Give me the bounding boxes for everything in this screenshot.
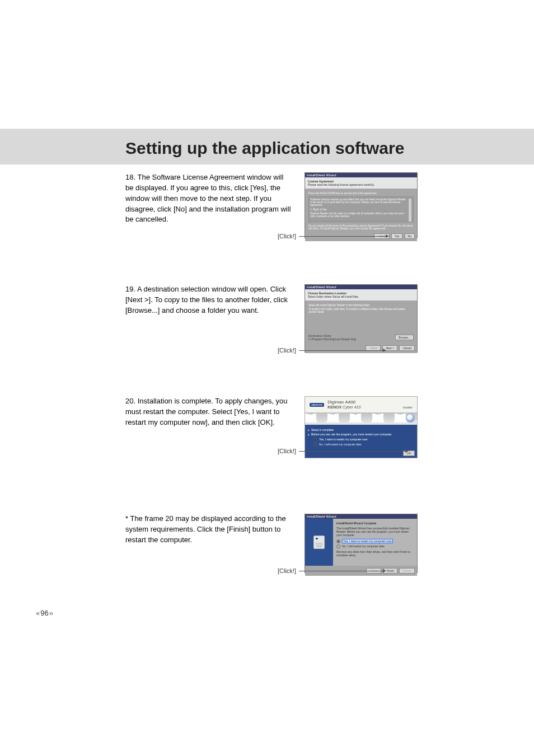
restart-later-option: No, I will restart my computer later. — [342, 544, 385, 548]
dialog-header: Choose Destination Location Select folde… — [305, 289, 417, 300]
step-body: The Software License Agreement window wi… — [125, 173, 291, 223]
title-band: Setting up the application software — [0, 129, 534, 165]
restart-now-option: Yes, I want to restart my computer now. — [342, 539, 393, 543]
product-names: Digimax A400 KENOX Cyber 410 — [327, 400, 360, 409]
license-text-3: Digimax Reader can be used on a single u… — [310, 212, 412, 218]
restart-required-text: Before you can use the program, you must… — [311, 433, 392, 436]
step-text: 18. The Software License Agreement windo… — [125, 172, 293, 225]
yes-button[interactable]: Yes — [391, 233, 402, 239]
decorative-wave — [305, 412, 417, 425]
message-area: Setup is complete. Before you can use th… — [305, 425, 417, 448]
annotation-arrow-icon — [386, 234, 389, 238]
dialog-header: License Agreement Please read the follow… — [305, 177, 417, 189]
globe-icon — [406, 414, 415, 422]
step-text: 19. A destination selection window will … — [125, 284, 293, 316]
computer-icon — [313, 536, 325, 549]
step-number: 20. — [125, 397, 135, 405]
cancel-button: Cancel — [399, 568, 415, 574]
click-annotation: [Click!] — [278, 233, 296, 240]
accept-question: Do you accept all the terms of the prece… — [305, 223, 417, 231]
page-down-hint: Press the PAGE DOWN key to see the rest … — [308, 192, 414, 195]
dialog-titlebar: InstallShield Wizard — [305, 285, 417, 289]
destination-path: C:\Program Files\Digimax Reader Eng — [308, 337, 394, 341]
annotation-line — [299, 451, 405, 452]
brand-cyber410: Cyber 410 — [343, 405, 360, 409]
click-annotation: [Click!] — [278, 448, 296, 454]
step-20: 20. Installation is complete. To apply c… — [125, 396, 507, 463]
step-text: * The frame 20 may be displayed accordin… — [125, 514, 293, 546]
step-figure: InstallShield Wizard License Agreement P… — [305, 172, 418, 238]
dialog-right: InstallShield Wizard Complete The Instal… — [333, 519, 417, 566]
install-text-1: Setup will install Digimax Reader in the… — [308, 304, 414, 307]
dialog-titlebar: InstallShield Wizard — [305, 514, 417, 519]
annotation-line — [299, 236, 386, 237]
top-margin — [0, 0, 534, 129]
wizard-complete-dialog: InstallShield Wizard InstallShield Wizar… — [305, 514, 418, 573]
step-number: * — [125, 514, 128, 523]
scrollbar[interactable] — [408, 198, 412, 222]
installer-label: Installer — [402, 406, 413, 409]
page-title: Setting up the application software — [125, 139, 404, 158]
radio-yes[interactable] — [336, 539, 340, 543]
restart-later-option: No, I will restart my computer later — [319, 443, 362, 446]
license-text-1: Software creators request up and effect … — [310, 198, 412, 206]
brand-a400: A400 — [345, 400, 355, 405]
install-text-2: To install to this folder, click Next. T… — [308, 308, 414, 313]
complete-body: The InstallShield Wizard has successfull… — [336, 527, 414, 537]
annotation-line — [299, 571, 383, 571]
cancel-button[interactable]: Cancel — [399, 345, 415, 351]
annotation-arrow-icon — [383, 569, 386, 572]
bullet-icon — [308, 429, 310, 431]
dialog-body: Press the PAGE DOWN key to see the rest … — [305, 189, 417, 223]
radio-yes[interactable] — [313, 438, 317, 442]
dialog-header-sub: Select folder where Setup will install f… — [308, 295, 359, 298]
brand-digimax: Digimax — [327, 400, 344, 405]
radio-no[interactable] — [313, 443, 317, 447]
browse-button[interactable]: Browse... — [395, 335, 414, 340]
click-annotation: [Click!] — [278, 347, 296, 354]
step-text: 20. Installation is complete. To apply c… — [125, 396, 293, 428]
button-row: OK — [305, 449, 417, 458]
step-number: 18. — [125, 173, 135, 181]
radio-no[interactable] — [336, 544, 340, 548]
dialog-header-sub: Please read the following license agreem… — [308, 183, 374, 186]
dialog-footer: < Back Next > Cancel — [305, 343, 417, 353]
remove-disks-text: Remove any disks from their drives, and … — [336, 550, 414, 557]
step-figure: InstallShield Wizard InstallShield Wizar… — [305, 514, 418, 573]
destination-dialog: InstallShield Wizard Choose Destination … — [305, 284, 418, 353]
side-panel — [305, 519, 333, 566]
click-annotation: [Click!] — [278, 567, 296, 574]
step-number: 19. — [125, 285, 135, 293]
step-19: 19. A destination selection window will … — [125, 284, 507, 357]
content-area: 18. The Software License Agreement windo… — [0, 165, 534, 581]
no-button[interactable]: No — [405, 233, 415, 239]
step-body: A destination selection window will open… — [125, 285, 288, 314]
brand-bar: SAMSUNG Digimax A400 KENOX Cyber 410 Ins… — [305, 397, 417, 412]
step-body: The frame 20 may be displayed according … — [125, 514, 286, 544]
annotation-arrow-icon — [405, 449, 409, 453]
complete-heading: InstallShield Wizard Complete — [336, 522, 376, 525]
destination-folder-bar: Destination Folder C:\Program Files\Digi… — [308, 334, 414, 341]
dialog-body: Setup will install Digimax Reader in the… — [305, 300, 417, 343]
samsung-logo: SAMSUNG — [310, 403, 324, 407]
license-dialog: InstallShield Wizard License Agreement P… — [305, 172, 418, 238]
page-number: 96 — [36, 609, 534, 617]
step-body: Installation is complete. To apply chang… — [125, 397, 288, 426]
brand-kenox: KENOX — [327, 405, 341, 409]
setup-complete-text: Setup is complete. — [311, 428, 334, 431]
dialog-titlebar: InstallShield Wizard — [305, 173, 417, 177]
bullet-icon — [308, 434, 310, 436]
step-18: 18. The Software License Agreement windo… — [125, 172, 507, 245]
step-figure: SAMSUNG Digimax A400 KENOX Cyber 410 Ins… — [305, 396, 418, 458]
installer-complete-card: SAMSUNG Digimax A400 KENOX Cyber 410 Ins… — [305, 396, 418, 458]
annotation-arrow-icon — [383, 349, 386, 352]
annotation-line — [299, 350, 383, 351]
restart-now-option: Yes, I want to restart my computer now — [319, 438, 367, 441]
step-figure: InstallShield Wizard Choose Destination … — [305, 284, 418, 353]
step-note: * The frame 20 may be displayed accordin… — [125, 514, 507, 581]
